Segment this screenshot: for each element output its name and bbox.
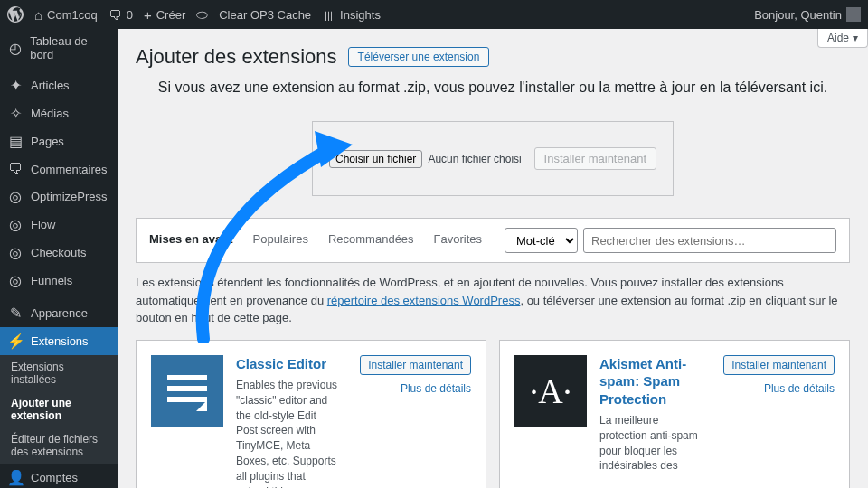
main-content: Aide▾ Ajouter des extensions Téléverser … [118, 29, 868, 488]
site-name: Com1coq [47, 8, 98, 22]
plugin-card-classic-editor: Classic Editor Enables the previous "cla… [136, 340, 486, 489]
sidebar-subitem-add[interactable]: Ajouter une extension [0, 391, 118, 427]
search-type-select[interactable]: Mot-clé [505, 228, 578, 253]
page-icon: ▤ [7, 133, 24, 150]
sidebar-item-flow[interactable]: ◎Flow [0, 211, 118, 239]
sidebar-item-posts[interactable]: ✦Articles [0, 71, 118, 99]
users-icon: 👤 [7, 469, 24, 486]
sidebar-item-plugins[interactable]: ⚡Extensions [0, 327, 118, 355]
pin-icon: ✦ [7, 77, 24, 94]
chevron-down-icon: ▾ [853, 32, 858, 44]
admin-sidebar: ◴Tableau de bord ✦Articles ✧Médias ▤Page… [0, 29, 118, 488]
plugin-icon: ⚡ [7, 333, 24, 350]
description-text: Les extensions étendent les fonctionnali… [136, 263, 850, 340]
search-input[interactable] [583, 228, 836, 253]
install-now-disabled-button: Installer maintenant [534, 147, 656, 170]
sidebar-label: Comptes [31, 471, 78, 484]
sidebar-label: Pages [31, 135, 64, 148]
sidebar-label: Flow [31, 218, 55, 231]
sidebar-subitem-editor[interactable]: Éditeur de fichiers des extensions [0, 427, 118, 464]
sidebar-label: Checkouts [31, 246, 86, 259]
upload-lead: Si vous avez une extension au format .zi… [136, 80, 850, 96]
appearance-icon: ✎ [7, 305, 24, 322]
insights-link[interactable]: ⫼Insights [322, 7, 381, 23]
help-toggle[interactable]: Aide▾ [817, 29, 868, 48]
sidebar-subitem-installed[interactable]: Extensions installées [0, 355, 118, 391]
op-icon: ◎ [7, 188, 24, 205]
flow-icon: ◎ [7, 216, 24, 233]
user-greeting[interactable]: Bonjour, Quentin [754, 7, 861, 22]
page-title: Ajouter des extensions [136, 45, 337, 69]
comments-link[interactable]: 🗨0 [108, 7, 133, 23]
choose-file-button[interactable]: Choisir un fichier [329, 150, 422, 168]
sidebar-label: Articles [31, 79, 70, 92]
greeting-text: Bonjour, Quentin [754, 8, 842, 22]
help-label: Aide [827, 32, 849, 44]
svg-rect-0 [167, 375, 207, 380]
plugin-title-link[interactable]: Classic Editor [236, 355, 341, 373]
tab-popular[interactable]: Populaires [253, 232, 308, 249]
plugin-description: La meilleure protection anti-spam pour b… [599, 413, 704, 474]
tab-recommended[interactable]: Recommandées [328, 232, 414, 249]
upload-extension-button[interactable]: Téléverser une extension [348, 47, 490, 67]
comment-icon: 🗨 [7, 161, 24, 177]
svg-rect-1 [167, 386, 207, 391]
plugin-description: Enables the previous "classic" editor an… [236, 378, 341, 488]
sidebar-label: Funnels [31, 274, 72, 287]
avatar [846, 7, 861, 22]
upload-panel: Choisir un fichier Aucun fichier choisi … [312, 121, 674, 196]
tab-featured[interactable]: Mises en avant [149, 232, 233, 249]
tab-favorites[interactable]: Favorites [434, 232, 482, 249]
sidebar-item-appearance[interactable]: ✎Apparence [0, 299, 118, 327]
sidebar-label: Extensions [31, 334, 89, 348]
media-icon: ✧ [7, 105, 24, 122]
sidebar-item-funnels[interactable]: ◎Funnels [0, 267, 118, 295]
wp-logo[interactable] [7, 6, 24, 23]
sidebar-item-checkouts[interactable]: ◎Checkouts [0, 239, 118, 267]
sidebar-label: Médias [31, 107, 69, 120]
more-details-link[interactable]: Plus de détails [717, 382, 835, 395]
funnel-icon: ◎ [7, 272, 24, 289]
classic-editor-icon [151, 355, 223, 427]
sidebar-item-dashboard[interactable]: ◴Tableau de bord [0, 29, 118, 67]
install-now-button[interactable]: Installer maintenant [360, 355, 471, 375]
plugin-card-akismet: ·A· Akismet Anti-spam: Spam Protection L… [499, 340, 850, 489]
sidebar-label: Apparence [31, 306, 88, 320]
comment-count: 0 [127, 8, 133, 22]
sidebar-submenu-plugins: Extensions installées Ajouter une extens… [0, 355, 118, 464]
more-details-link[interactable]: Plus de détails [354, 382, 471, 395]
sidebar-item-media[interactable]: ✧Médias [0, 99, 118, 127]
filter-bar: Mises en avant Populaires Recommandées F… [136, 218, 850, 263]
sidebar-label: OptimizePress [31, 190, 108, 203]
sidebar-label: Tableau de bord [30, 34, 110, 61]
checkout-icon: ◎ [7, 244, 24, 261]
clear-cache-link[interactable]: Clear OP3 Cache [219, 8, 311, 22]
dashboard-icon: ◴ [7, 40, 23, 57]
file-status: Aucun fichier choisi [428, 153, 521, 165]
admin-bar: ⌂Com1coq 🗨0 +Créer ⬭ Clear OP3 Cache ⫼In… [0, 0, 868, 29]
sidebar-item-users[interactable]: 👤Comptes [0, 464, 118, 488]
sidebar-item-optimizepress[interactable]: ◎OptimizePress [0, 183, 118, 211]
create-label: Créer [156, 8, 186, 22]
plugin-title-link[interactable]: Akismet Anti-spam: Spam Protection [599, 355, 704, 408]
site-link[interactable]: ⌂Com1coq [34, 7, 98, 23]
yoast-icon[interactable]: ⬭ [196, 6, 208, 23]
sidebar-label: Commentaires [31, 163, 108, 176]
install-now-button[interactable]: Installer maintenant [723, 355, 835, 375]
sidebar-item-pages[interactable]: ▤Pages [0, 127, 118, 155]
repo-link[interactable]: répertoire des extensions WordPress [327, 294, 521, 307]
new-link[interactable]: +Créer [144, 7, 185, 23]
svg-rect-2 [167, 397, 207, 402]
akismet-icon: ·A· [514, 355, 587, 427]
insights-label: Insights [340, 8, 381, 22]
sidebar-item-comments[interactable]: 🗨Commentaires [0, 155, 118, 183]
